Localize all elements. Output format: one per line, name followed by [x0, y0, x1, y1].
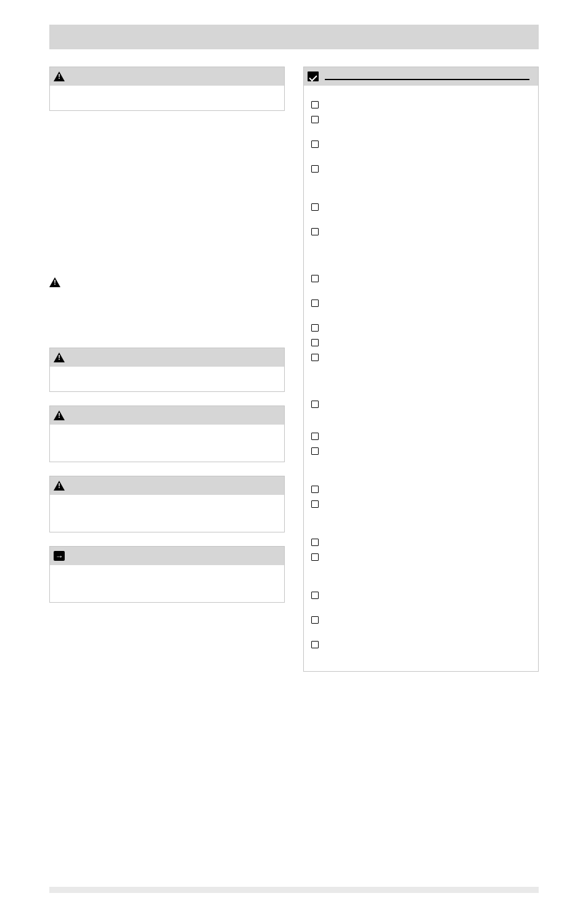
checklist-item — [311, 114, 531, 134]
checkbox-icon — [311, 401, 319, 408]
checkbox-icon — [311, 500, 319, 508]
callout-notice: → — [49, 546, 285, 603]
checklist-item — [311, 298, 531, 317]
checklist-item-text — [325, 99, 531, 108]
checklist-item-text — [325, 114, 531, 134]
checklist-panel — [303, 67, 539, 672]
checklist-item — [311, 99, 531, 109]
checklist-item-text — [325, 639, 531, 648]
checklist-item-text — [325, 590, 531, 609]
callout-warning — [49, 406, 285, 462]
warning-icon — [54, 481, 65, 491]
checkbox-icon — [311, 339, 319, 346]
checklist-item-text — [325, 202, 531, 221]
checklist-item-text — [325, 322, 531, 331]
checklist-item-text — [325, 226, 531, 262]
checklist-item — [311, 614, 531, 634]
checklist-group — [311, 399, 531, 473]
footer-bar — [49, 887, 539, 893]
arrow-right-icon: → — [54, 551, 65, 561]
checkbox-icon — [311, 616, 319, 624]
checkbox-icon — [311, 539, 319, 546]
checklist-group — [311, 537, 531, 579]
checkbox-icon — [311, 553, 319, 561]
warning-icon — [54, 353, 65, 362]
checklist-item — [311, 273, 531, 293]
checkbox-icon — [311, 300, 319, 307]
checklist-item — [311, 499, 531, 526]
checkbox-icon — [311, 447, 319, 455]
checklist-item — [311, 202, 531, 221]
checklist-item — [311, 590, 531, 609]
checkbox-icon — [311, 433, 319, 440]
checklist-item — [311, 322, 531, 332]
checklist-item — [311, 431, 531, 441]
checkbox-icon — [311, 324, 319, 332]
checklist-item — [311, 352, 531, 388]
checklist-item — [311, 226, 531, 262]
checklist-item-text — [325, 399, 531, 426]
checkbox-icon — [311, 275, 319, 282]
checklist-item — [311, 399, 531, 426]
checkbox-icon — [311, 203, 319, 211]
checklist-item — [311, 552, 531, 579]
checklist-group — [311, 99, 531, 190]
callout-warning — [49, 67, 285, 111]
right-column — [303, 67, 539, 672]
checkbox-icon — [311, 354, 319, 361]
checkbox-icon — [311, 592, 319, 599]
checklist-item-text — [325, 484, 531, 492]
checkbox-icon — [311, 228, 319, 235]
checklist-item-text — [325, 298, 531, 317]
left-column: → — [49, 67, 285, 672]
checklist-item-text — [325, 499, 531, 526]
callout-warning — [49, 476, 285, 532]
checkbox-icon — [311, 101, 319, 108]
checklist-group — [311, 590, 531, 649]
checklist-item-text — [325, 337, 531, 346]
checklist-item — [311, 337, 531, 347]
inline-warning — [49, 124, 285, 334]
checklist-item — [311, 139, 531, 158]
checklist-group — [311, 273, 531, 388]
checklist-item-text — [325, 139, 531, 158]
checklist-item-text — [325, 446, 531, 473]
callout-warning — [49, 348, 285, 392]
checkbox-icon — [311, 165, 319, 173]
checklist-item-text — [325, 537, 531, 545]
checkbox-icon — [311, 141, 319, 148]
checklist-item — [311, 163, 531, 190]
checklist-item-text — [325, 614, 531, 634]
checklist-item — [311, 484, 531, 494]
section-header — [49, 25, 539, 49]
checkbox-icon — [311, 116, 319, 123]
checklist-item-text — [325, 431, 531, 439]
checklist-icon — [308, 71, 319, 81]
checklist-group — [311, 484, 531, 526]
checklist-item-text — [325, 352, 531, 388]
checkbox-icon — [311, 641, 319, 648]
checklist-item — [311, 446, 531, 473]
warning-icon — [54, 71, 65, 81]
checklist-item — [311, 639, 531, 649]
checklist-group — [311, 202, 531, 262]
checklist-item-text — [325, 273, 531, 293]
checkbox-icon — [311, 486, 319, 493]
checklist-item-text — [325, 163, 531, 190]
warning-icon — [54, 410, 65, 420]
warning-icon — [49, 277, 60, 287]
checklist-title-line — [325, 73, 529, 80]
checklist-item-text — [325, 552, 531, 579]
checklist-item — [311, 537, 531, 547]
